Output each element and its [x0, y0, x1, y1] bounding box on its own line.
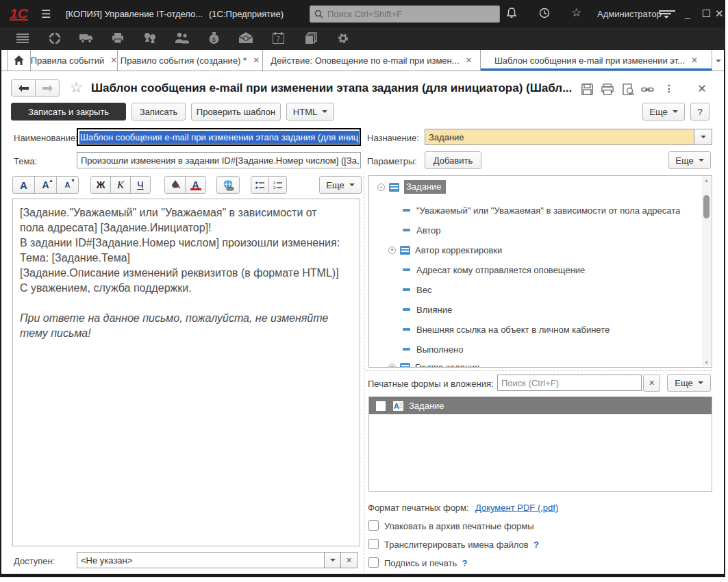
purpose-input[interactable]: Задание: [425, 129, 694, 145]
scrollbar-thumb[interactable]: [703, 195, 710, 218]
attachments-more-button[interactable]: Еще: [667, 374, 711, 392]
form-more-button[interactable]: Еще: [642, 103, 685, 121]
insert-link-button[interactable]: [216, 176, 240, 194]
print-format-link[interactable]: Документ PDF (.pdf): [475, 503, 558, 513]
available-input[interactable]: <Не указан>: [77, 552, 325, 568]
name-input[interactable]: Шаблон сообщения e-mail при изменении эт…: [77, 128, 361, 146]
history-icon[interactable]: [538, 7, 551, 19]
tree-item[interactable]: Адресат кому отправляется оповещение: [403, 262, 585, 277]
attachments-row[interactable]: А Задание: [369, 397, 712, 414]
section-users-icon[interactable]: [175, 32, 189, 44]
tree-item[interactable]: Влияние: [403, 302, 452, 317]
tab-home[interactable]: [7, 50, 31, 71]
main-menu-icon[interactable]: ☰: [41, 8, 51, 21]
section-settings-gear-icon[interactable]: [337, 32, 349, 45]
tree-scrollbar[interactable]: ▲ ▼: [702, 177, 711, 366]
available-clear-button[interactable]: ✕: [340, 552, 357, 568]
tab-close-icon[interactable]: ✕: [466, 55, 473, 65]
desktop-icon[interactable]: [16, 33, 29, 44]
font-increase-button[interactable]: А▲: [34, 176, 57, 194]
editor-more-button[interactable]: Еще: [319, 176, 362, 194]
section-documents-icon[interactable]: [305, 32, 317, 44]
expand-icon[interactable]: +: [388, 246, 396, 254]
preview-icon[interactable]: [620, 81, 636, 97]
favorites-star-icon[interactable]: ☆: [571, 5, 581, 20]
save-icon[interactable]: [579, 81, 594, 97]
check-template-button[interactable]: Проверить шаблон: [191, 103, 281, 121]
section-mail-icon[interactable]: [239, 32, 253, 43]
background-color-button[interactable]: [164, 176, 186, 194]
transliterate-checkbox[interactable]: [368, 539, 379, 549]
tree-item[interactable]: +Группа задания: [388, 359, 479, 368]
tab-message-template[interactable]: Шаблон сообщения e-mail при изменении эт…: [481, 50, 712, 71]
back-button[interactable]: [11, 79, 36, 97]
subject-input[interactable]: Произошли изменения в задании ID#[Задани…: [77, 152, 361, 168]
minimize-button[interactable]: _: [685, 8, 690, 19]
maximize-button[interactable]: [703, 10, 710, 17]
help-button[interactable]: ?: [690, 103, 710, 121]
attachment-checkbox[interactable]: [376, 401, 386, 411]
font-decrease-button[interactable]: А▼: [56, 176, 79, 194]
section-calendar-icon[interactable]: 7: [273, 32, 284, 44]
tree-item[interactable]: Внешняя ссылка на объект в личном кабине…: [403, 322, 610, 337]
app-title: [КОПИЯ] Управление IT-отдело...: [66, 9, 203, 19]
tree-item[interactable]: Выполнено: [403, 342, 463, 357]
close-window-button[interactable]: ✕: [715, 8, 724, 20]
params-more-button[interactable]: Еще: [668, 151, 711, 169]
close-form-icon[interactable]: ✕: [694, 81, 710, 96]
help-icon[interactable]: ?: [534, 540, 539, 550]
font-color-button[interactable]: А: [185, 176, 206, 194]
section-monitoring-icon[interactable]: [49, 32, 61, 45]
tab-event-rule-new[interactable]: Правило события (создание) *✕: [118, 50, 263, 71]
splitter-vertical[interactable]: [364, 173, 364, 572]
notifications-bell-icon[interactable]: [505, 7, 518, 19]
tree-item[interactable]: Автор: [403, 223, 441, 238]
tree-item[interactable]: Вес: [403, 282, 431, 297]
purpose-dropdown-button[interactable]: [694, 129, 712, 145]
underline-button[interactable]: Ч: [130, 176, 151, 194]
section-finance-icon[interactable]: $: [209, 32, 219, 44]
attachments-search-input[interactable]: Поиск (Ctrl+F): [497, 375, 642, 391]
add-parameter-button[interactable]: Добавить: [425, 151, 481, 169]
get-link-icon[interactable]: [640, 81, 655, 97]
tab-close-icon[interactable]: ✕: [110, 55, 117, 65]
tab-event-rules[interactable]: Правила событий✕: [31, 50, 118, 71]
help-icon[interactable]: ?: [462, 558, 467, 568]
section-map-icon[interactable]: [144, 32, 157, 44]
section-delivery-icon[interactable]: [79, 34, 93, 43]
tab-close-icon[interactable]: ✕: [691, 55, 698, 65]
bullet-list-button[interactable]: [251, 176, 269, 194]
svg-text:2: 2: [273, 186, 276, 189]
tree-item[interactable]: +Автор корректировки: [388, 242, 502, 257]
section-print-icon[interactable]: [112, 33, 124, 44]
tree-item[interactable]: "Уважаемый" или "Уважаемая" в зависимост…: [403, 203, 680, 218]
italic-button[interactable]: К: [110, 176, 131, 194]
global-search-input[interactable]: Поиск Ctrl+Shift+F: [310, 5, 500, 23]
tab-close-icon[interactable]: ✕: [253, 55, 260, 65]
save-button[interactable]: Записать: [131, 103, 186, 121]
signature-checkbox[interactable]: [368, 557, 379, 568]
sections-toolbar: $ 7: [0, 27, 725, 50]
attachments-search-clear-button[interactable]: ✕: [643, 375, 660, 392]
print-icon[interactable]: [600, 81, 615, 97]
splitter-horizontal[interactable]: [366, 370, 712, 371]
expand-icon[interactable]: +: [388, 364, 396, 368]
bold-button[interactable]: Ж: [90, 176, 111, 194]
save-and-close-button[interactable]: Записать и закрыть: [11, 103, 126, 121]
forward-button[interactable]: [35, 79, 60, 97]
tree-root-row[interactable]: − Задание: [377, 179, 446, 194]
service-menu-icon[interactable]: [659, 9, 675, 18]
font-button[interactable]: А: [12, 176, 35, 194]
tab-action-notification[interactable]: Действие: Оповещение по e-mail при измен…: [263, 50, 481, 71]
pack-archive-checkbox[interactable]: [368, 520, 379, 531]
collapse-icon[interactable]: −: [377, 184, 385, 191]
tab-overflow-button[interactable]: [712, 55, 724, 66]
available-dropdown-button[interactable]: [324, 552, 341, 568]
favorite-star-icon[interactable]: ☆: [70, 79, 83, 96]
more-actions-icon[interactable]: ⋮: [662, 81, 677, 96]
numbered-list-button[interactable]: 12: [268, 176, 287, 194]
svg-text:1: 1: [273, 181, 276, 185]
html-mode-button[interactable]: HTML: [286, 103, 334, 121]
current-user[interactable]: Администратор: [597, 9, 662, 19]
template-body-editor[interactable]: [Задание."Уважаемый" или "Уважаемая" в з…: [12, 199, 360, 546]
